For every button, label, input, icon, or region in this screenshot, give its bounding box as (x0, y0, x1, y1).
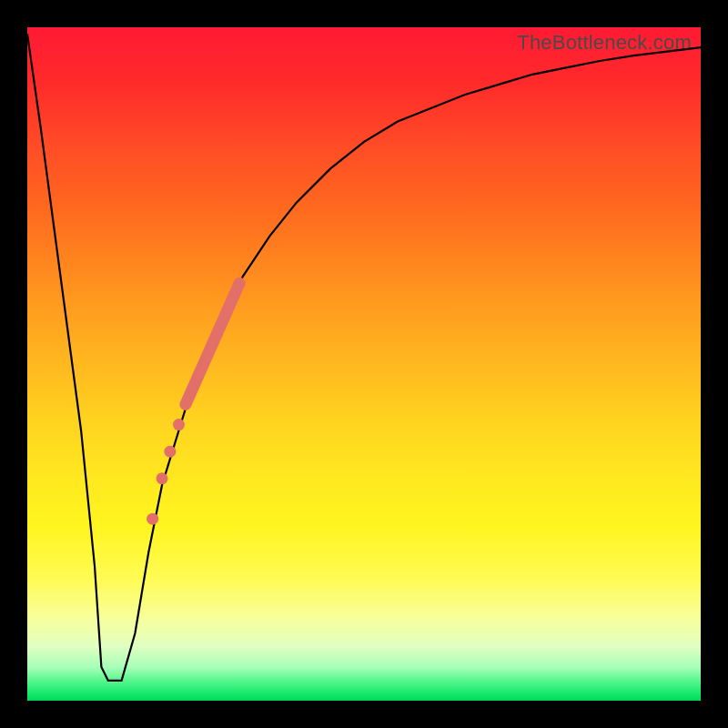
chart-svg (27, 27, 701, 701)
highlight-dot (157, 472, 168, 484)
plot-area: TheBottleneck.com (27, 27, 701, 701)
highlight-dot (164, 446, 176, 458)
highlight-dot (147, 513, 158, 525)
highlight-dot (173, 419, 185, 430)
chart-frame: TheBottleneck.com (0, 0, 728, 728)
bottleneck-curve (27, 34, 701, 680)
highlight-bar (186, 283, 239, 404)
